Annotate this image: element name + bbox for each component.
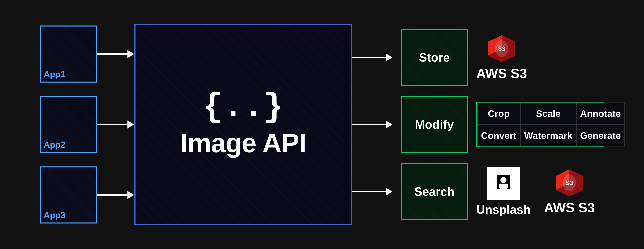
modify-box: Modify [401,96,468,153]
unsplash-svg [487,167,520,200]
crop-label: Crop [488,108,510,119]
aws-s3-search-icon: S3 [554,168,584,198]
annotate-cell: Annotate [576,102,625,124]
app1-row: App1 [40,26,134,82]
unsplash-label: Unsplash [476,203,531,216]
crop-cell: Crop [477,102,520,124]
svg-text:S3: S3 [498,45,505,52]
generate-cell: Generate [576,124,625,146]
app2-row: App2 [40,96,134,153]
aws-s3-store-icon: S3 [486,34,517,64]
convert-label: Convert [481,130,516,141]
aws-s3-store: S3 AWS S3 [476,34,527,81]
scale-cell: Scale [520,102,576,124]
svg-point-9 [500,177,506,183]
watermark-cell: Watermark [520,124,576,146]
search-box: Search [401,163,468,220]
app2-arrow [97,120,134,128]
scale-label: Scale [536,108,560,119]
store-arrow [352,53,392,62]
search-services: Unsplash S3 AWS S3 [476,167,595,216]
api-symbol: {..} [203,90,284,124]
app3-box: App3 [40,166,97,224]
store-box: Store [401,29,468,86]
app3-row: App3 [40,166,134,224]
unsplash-icon [487,167,520,200]
svg-rect-10 [499,184,508,188]
search-row: Search Unsplash [352,163,604,220]
api-box: {..} Image API [134,24,352,225]
convert-cell: Convert [477,124,520,146]
app3-arrow [97,191,134,199]
search-arrow [352,188,392,196]
apps-column: App1 App2 App3 [40,26,134,224]
store-row: Store S3 AWS S3 [352,29,604,86]
app1-label: App1 [44,69,66,79]
search-label: Search [414,185,454,198]
store-services: S3 AWS S3 [476,34,527,81]
diagram: App1 App2 App3 [0,0,644,249]
app1-box: App1 [40,26,97,82]
api-title: Image API [180,128,306,158]
app1-arrow [97,50,134,58]
watermark-label: Watermark [524,130,572,141]
modify-grid: Crop Scale Annotate Convert Watermark Ge… [476,102,604,147]
aws-s3-search-label: AWS S3 [544,200,595,216]
app3-label: App3 [44,210,66,220]
modify-label: Modify [415,118,454,132]
modify-arrow [352,120,392,128]
app2-label: App2 [44,140,66,150]
generate-label: Generate [580,130,621,141]
outputs-column: Store S3 AWS S3 [352,29,604,220]
aws-s3-search: S3 AWS S3 [544,168,595,216]
aws-s3-store-label: AWS S3 [476,66,527,81]
modify-row: Modify Crop Scale Annotate Convert Water… [352,96,604,153]
svg-text:S3: S3 [566,180,573,186]
unsplash-service: Unsplash [476,167,531,216]
store-label: Store [419,50,450,64]
annotate-label: Annotate [580,108,621,119]
app2-box: App2 [40,96,97,153]
